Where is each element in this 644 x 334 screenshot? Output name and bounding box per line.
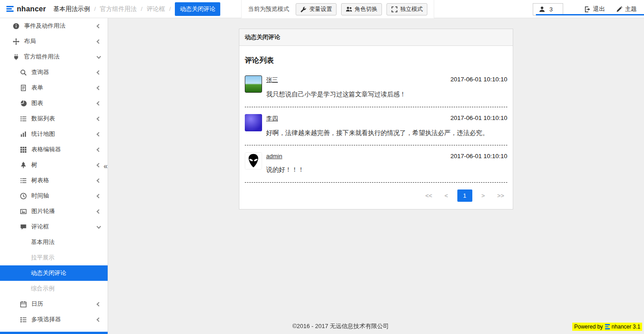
- user-count: 3: [550, 6, 553, 13]
- checklist-icon: [20, 316, 27, 323]
- comment-text: 好啊，法律越来越完善，接下来就看执行的情况了，希望执法必严，违法必究。: [266, 129, 507, 138]
- breadcrumb-section[interactable]: 评论框: [147, 5, 165, 13]
- logo-bars-icon: [6, 6, 14, 12]
- sidebar-item-label: 综合示例: [31, 284, 108, 293]
- sidebar-item-comment-box[interactable]: 评论框: [0, 219, 108, 234]
- pagination-last-button[interactable]: >>: [494, 189, 507, 202]
- comment-header: admin 2017-06-01 10:10:10: [266, 153, 507, 160]
- sidebar-collapse-handle[interactable]: «: [104, 163, 107, 170]
- comment-author-link[interactable]: 李四: [266, 115, 278, 123]
- comment-list-title: 评论列表: [245, 56, 507, 65]
- enhancer-logo-icon: [605, 324, 610, 329]
- avatar: [245, 75, 262, 93]
- comment-timestamp: 2017-06-01 10:10:10: [451, 76, 507, 83]
- pagination-next-button[interactable]: >: [478, 189, 489, 202]
- brush-icon: [616, 6, 623, 13]
- alien-icon: [245, 153, 262, 169]
- header-right: 3 退出 主题: [533, 0, 644, 18]
- sidebar-item-basic-usage[interactable]: 基本用法: [0, 234, 108, 250]
- app-logo[interactable]: nhancer: [0, 5, 53, 13]
- sidebar-item-label: 基本用法: [31, 238, 108, 246]
- comment-timestamp: 2017-06-01 10:10:10: [451, 153, 507, 160]
- powered-by-suffix: nhancer 3.1: [612, 324, 640, 330]
- panel-title: 动态关闭评论: [239, 29, 513, 46]
- standalone-mode-button[interactable]: 独立模式: [386, 3, 427, 15]
- avatar: [245, 152, 262, 169]
- pie-chart-icon: [20, 100, 27, 107]
- sidebar-item-label: 官方组件用法: [24, 53, 108, 61]
- sidebar-item-events-actions[interactable]: 事件及动作用法: [0, 18, 108, 34]
- pagination-page-1-button[interactable]: 1: [457, 189, 472, 202]
- move-icon: [13, 38, 20, 45]
- list-icon: [20, 115, 27, 122]
- comment-header: 李四 2017-06-01 10:10:10: [266, 115, 507, 123]
- logout-button[interactable]: 退出: [584, 5, 605, 13]
- sidebar-item-stat-map[interactable]: 统计地图: [0, 126, 108, 142]
- expand-icon: [391, 6, 398, 13]
- logout-icon: [584, 6, 591, 13]
- sidebar-item-label: 动态关闭评论: [31, 269, 108, 277]
- sidebar-item-dynamic-close-comment[interactable]: 动态关闭评论: [0, 265, 108, 281]
- powered-by-badge[interactable]: Powered by nhancer 3.1: [572, 323, 642, 331]
- sidebar-item-table-editor[interactable]: 表格编辑器: [0, 142, 108, 157]
- images-icon: [20, 208, 27, 215]
- sidebar-item-multi-selector[interactable]: 多项选择器: [0, 312, 108, 327]
- sidebar-item-label: 评论框: [31, 223, 108, 231]
- plug-icon: [13, 54, 20, 60]
- comment-item: admin 2017-06-01 10:10:10 说的好！！！: [245, 152, 507, 174]
- sidebar-item-layout[interactable]: 布局: [0, 34, 108, 49]
- breadcrumb: 基本用法示例 / 官方组件用法 / 评论框 / 动态关闭评论: [53, 2, 220, 16]
- pagination: << < 1 > >>: [245, 189, 507, 202]
- info-icon: [13, 23, 20, 30]
- comment-author-link[interactable]: admin: [266, 153, 282, 160]
- sidebar-item-calendar[interactable]: 日历: [0, 296, 108, 312]
- comment-body: 张三 2017-06-01 10:10:10 我只想说自己小学是学习过这篇文章写…: [266, 75, 507, 99]
- sidebar-item-flat-display[interactable]: 拉平展示: [0, 250, 108, 265]
- header-accent-line: [536, 14, 644, 15]
- role-switch-button-label: 角色切换: [355, 5, 377, 13]
- sidebar-item-label: 布局: [24, 37, 108, 45]
- search-icon: [20, 69, 27, 76]
- comment-divider: [245, 145, 507, 145]
- breadcrumb-parent[interactable]: 官方组件用法: [100, 5, 137, 13]
- standalone-mode-button-label: 独立模式: [400, 5, 423, 13]
- preview-mode-label: 当前为预览模式: [248, 5, 289, 13]
- user-count-box[interactable]: 3: [533, 3, 563, 15]
- variables-button[interactable]: 变量设置: [296, 3, 337, 15]
- footer-copyright: ©2016 - 2017 无远信息技术有限公司: [108, 322, 573, 330]
- sidebar-item-comprehensive-example[interactable]: 综合示例: [0, 281, 108, 296]
- comments-panel: 动态关闭评论 评论列表 张三 2017-06-01 10:10:10 我只想说自…: [239, 29, 513, 209]
- comment-timestamp: 2017-06-01 10:10:10: [451, 115, 507, 121]
- wrench-icon: [300, 6, 307, 13]
- breadcrumb-root[interactable]: 基本用法示例: [53, 5, 90, 13]
- sidebar-bottom-strip: [0, 332, 108, 334]
- sidebar-item-official-components[interactable]: 官方组件用法: [0, 49, 108, 65]
- sidebar-item-tree-table[interactable]: 树表格: [0, 173, 108, 188]
- comment-text: 说的好！！！: [266, 165, 507, 174]
- pagination-prev-button[interactable]: <: [441, 189, 452, 202]
- comment-author-link[interactable]: 张三: [266, 76, 278, 84]
- comment-text: 我只想说自己小学是学习过这篇文章写过读后感！: [266, 90, 507, 99]
- comment-body: 李四 2017-06-01 10:10:10 好啊，法律越来越完善，接下来就看执…: [266, 114, 507, 138]
- sidebar-item-tree[interactable]: 树: [0, 157, 108, 173]
- theme-button[interactable]: 主题: [616, 5, 637, 13]
- role-switch-button[interactable]: 角色切换: [341, 3, 382, 15]
- form-icon: [20, 85, 27, 91]
- avatar: [245, 114, 262, 131]
- breadcrumb-separator: /: [169, 5, 171, 12]
- sidebar-item-carousel[interactable]: 图片轮播: [0, 204, 108, 219]
- tree-icon: [20, 162, 27, 169]
- preview-toolbar: 当前为预览模式 变量设置 角色切换 独立模式: [241, 0, 434, 18]
- pagination-first-button[interactable]: <<: [422, 189, 435, 202]
- sidebar-item-query[interactable]: 查询器: [0, 65, 108, 80]
- logo-text: nhancer: [17, 5, 46, 13]
- sidebar-item-timeline[interactable]: 时间轴: [0, 188, 108, 204]
- sidebar-item-form[interactable]: 表单: [0, 80, 108, 95]
- sidebar-item-chart[interactable]: 图表: [0, 95, 108, 111]
- sidebar-item-data-list[interactable]: 数据列表: [0, 111, 108, 126]
- comment-item: 李四 2017-06-01 10:10:10 好啊，法律越来越完善，接下来就看执…: [245, 114, 507, 138]
- comment-divider: [245, 107, 507, 107]
- tree-table-icon: [20, 177, 27, 184]
- sidebar-item-label: 拉平展示: [31, 254, 108, 262]
- breadcrumb-active-button[interactable]: 动态关闭评论: [175, 2, 220, 16]
